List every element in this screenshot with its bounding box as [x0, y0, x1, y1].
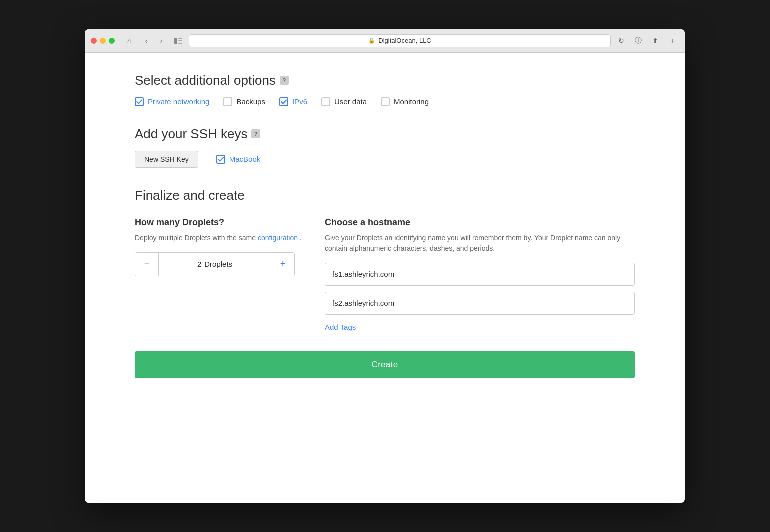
option-backups[interactable]: Backups: [224, 98, 266, 106]
droplets-description: Deploy multiple Droplets with the same c…: [135, 233, 305, 244]
checkbox-private-networking[interactable]: [135, 98, 144, 106]
add-tags-button[interactable]: Add Tags: [325, 321, 356, 334]
lock-icon: 🔒: [368, 38, 376, 44]
decrement-button[interactable]: −: [136, 253, 158, 276]
checkbox-backups[interactable]: [224, 98, 232, 106]
ssh-keys-title: Add your SSH keys ?: [135, 126, 635, 142]
hostname-title: Choose a hostname: [325, 218, 635, 228]
additional-options-section: Select additional options ? Private netw…: [135, 73, 635, 106]
address-bar[interactable]: 🔒 DigitalOcean, LLC: [189, 34, 611, 48]
macbook-option[interactable]: MacBook: [216, 155, 261, 164]
fullscreen-button[interactable]: [109, 38, 115, 44]
ssh-keys-row: New SSH Key MacBook: [135, 151, 635, 168]
home-button[interactable]: ⌂: [123, 36, 136, 46]
additional-options-help[interactable]: ?: [280, 76, 289, 85]
counter-display: 2 Droplets: [158, 253, 272, 276]
info-button[interactable]: ⓘ: [632, 36, 645, 46]
droplets-counter: − 2 Droplets +: [135, 252, 295, 276]
label-backups: Backups: [236, 98, 266, 106]
checkbox-macbook[interactable]: [216, 155, 226, 164]
back-button[interactable]: ‹: [140, 36, 153, 46]
finalize-grid: How many Droplets? Deploy multiple Dropl…: [135, 218, 635, 334]
option-private-networking[interactable]: Private networking: [135, 98, 210, 106]
checkbox-ipv6[interactable]: [280, 98, 288, 106]
browser-window: ⌂ ‹ › 🔒 DigitalOcean, LLC ↻ ⓘ ⬆ +: [85, 30, 685, 503]
create-button[interactable]: Create: [135, 352, 635, 378]
minimize-button[interactable]: [100, 38, 106, 44]
browser-chrome: ⌂ ‹ › 🔒 DigitalOcean, LLC ↻ ⓘ ⬆ +: [85, 30, 685, 53]
configuration-link[interactable]: configuration: [258, 234, 298, 242]
ssh-keys-section: Add your SSH keys ? New SSH Key MacBook: [135, 126, 635, 168]
new-tab-button[interactable]: +: [666, 36, 679, 46]
hostname-column: Choose a hostname Give your Droplets an …: [325, 218, 635, 334]
label-user-data: User data: [334, 98, 367, 106]
url-text: DigitalOcean, LLC: [378, 37, 432, 44]
page-content: Select additional options ? Private netw…: [85, 53, 685, 503]
option-monitoring[interactable]: Monitoring: [381, 98, 429, 106]
label-private-networking: Private networking: [148, 98, 210, 106]
svg-rect-3: [178, 43, 182, 44]
option-ipv6[interactable]: IPv6: [280, 98, 308, 106]
sidebar-button[interactable]: [172, 36, 185, 46]
hostname-input-2[interactable]: [325, 292, 635, 315]
close-button[interactable]: [91, 38, 97, 44]
traffic-lights: [91, 38, 115, 44]
hostname-description: Give your Droplets an identifying name y…: [325, 233, 635, 254]
share-button[interactable]: ⬆: [649, 36, 662, 46]
droplets-title: How many Droplets?: [135, 218, 305, 228]
finalize-title: Finalize and create: [135, 188, 635, 204]
finalize-section: Finalize and create How many Droplets? D…: [135, 188, 635, 378]
new-ssh-key-button[interactable]: New SSH Key: [135, 151, 198, 168]
label-ipv6: IPv6: [292, 98, 308, 106]
macbook-label: MacBook: [230, 155, 261, 164]
svg-rect-0: [174, 38, 178, 44]
checkbox-user-data[interactable]: [322, 98, 330, 106]
svg-rect-1: [178, 38, 182, 39]
additional-options-title: Select additional options ?: [135, 73, 635, 88]
option-user-data[interactable]: User data: [322, 98, 367, 106]
label-monitoring: Monitoring: [394, 98, 429, 106]
ssh-keys-help[interactable]: ?: [252, 130, 260, 138]
increment-button[interactable]: +: [272, 253, 294, 276]
svg-rect-2: [178, 40, 182, 42]
toolbar-right: ⓘ ⬆ +: [632, 36, 679, 46]
droplets-column: How many Droplets? Deploy multiple Dropl…: [135, 218, 305, 334]
options-row: Private networking Backups: [135, 98, 635, 106]
reload-button[interactable]: ↻: [615, 36, 628, 46]
forward-button[interactable]: ›: [155, 36, 168, 46]
checkbox-monitoring[interactable]: [381, 98, 390, 106]
hostname-input-1[interactable]: [325, 263, 635, 286]
